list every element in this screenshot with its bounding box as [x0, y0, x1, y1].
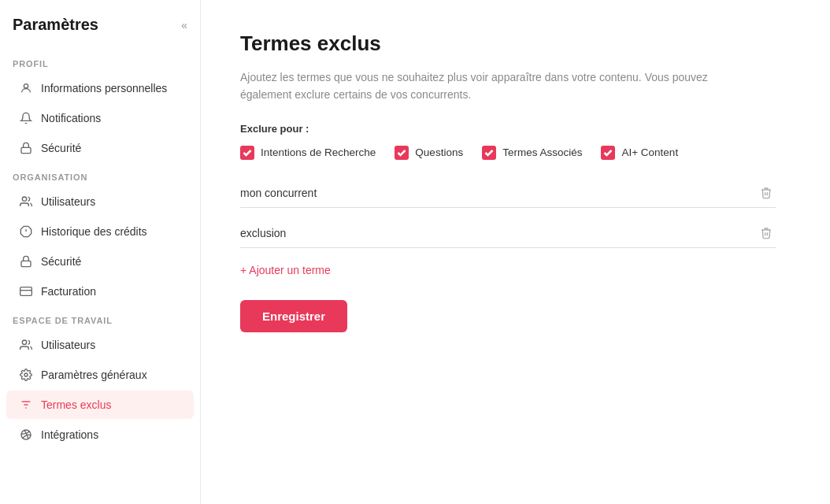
svg-point-2 — [22, 197, 26, 201]
sidebar-item-notifications[interactable]: Notifications — [6, 104, 194, 132]
sidebar-header: Paramètres « — [0, 16, 200, 50]
sidebar-item-securite-profil[interactable]: Sécurité — [6, 134, 194, 162]
lock-icon — [19, 141, 33, 155]
main-content: Termes exclus Ajoutez les termes que vou… — [201, 0, 830, 504]
people-icon-2 — [19, 338, 33, 352]
sidebar-item-facturation[interactable]: Facturation — [6, 277, 194, 306]
people-icon — [19, 195, 33, 209]
checkbox-termes-associes[interactable]: Termes Associés — [482, 146, 582, 160]
checkbox-row: Intentions de Recherche Questions Termes… — [240, 146, 791, 160]
sidebar-item-integrations[interactable]: Intégrations — [6, 421, 194, 449]
sidebar: Paramètres « PROFIL Informations personn… — [0, 0, 201, 504]
svg-point-9 — [22, 340, 26, 344]
sidebar-item-label: Termes exclus — [41, 398, 111, 411]
term-delete-button-1[interactable] — [757, 183, 776, 202]
history-icon — [19, 224, 33, 239]
term-input-2[interactable] — [240, 224, 757, 243]
sidebar-item-label: Utilisateurs — [41, 339, 95, 351]
sidebar-item-termes-exclus[interactable]: Termes exclus — [6, 391, 194, 419]
checkbox-label-questions: Questions — [415, 146, 463, 158]
term-input-1[interactable] — [240, 183, 757, 202]
svg-point-0 — [24, 84, 28, 88]
lock-icon-2 — [19, 254, 33, 269]
checkbox-label-intentions: Intentions de Recherche — [261, 146, 376, 158]
person-icon — [19, 81, 33, 95]
sidebar-item-historique-credits[interactable]: Historique des crédits — [6, 217, 194, 246]
sidebar-section-workspace: ESPACE DE TRAVAIL — [0, 306, 200, 330]
svg-point-10 — [24, 373, 28, 376]
sidebar-item-label: Sécurité — [41, 142, 81, 154]
checkbox-questions[interactable]: Questions — [395, 146, 463, 160]
save-button[interactable]: Enregistrer — [240, 300, 347, 332]
sidebar-item-label: Intégrations — [41, 428, 98, 441]
term-row-1 — [240, 183, 776, 208]
sidebar-item-utilisateurs-org[interactable]: Utilisateurs — [6, 187, 194, 216]
sidebar-item-label: Facturation — [41, 285, 96, 298]
checkbox-label-termes-associes: Termes Associés — [502, 146, 582, 158]
add-term-button[interactable]: + Ajouter un terme — [240, 264, 331, 276]
sidebar-item-label: Paramètres généraux — [41, 369, 147, 381]
filter-icon — [19, 398, 33, 412]
sidebar-item-securite-org[interactable]: Sécurité — [6, 247, 194, 276]
checkbox-intentions[interactable]: Intentions de Recherche — [240, 146, 376, 160]
checkbox-ai-content[interactable]: AI+ Content — [601, 146, 678, 160]
checkbox-box-ai-content — [601, 146, 615, 160]
sidebar-item-label: Utilisateurs — [41, 195, 95, 208]
exclure-label: Exclure pour : — [240, 123, 791, 135]
sidebar-section-profil: PROFIL — [0, 50, 200, 73]
card-icon — [19, 284, 33, 298]
bell-icon — [19, 111, 33, 125]
term-delete-button-2[interactable] — [757, 224, 776, 243]
sidebar-item-label: Sécurité — [41, 255, 81, 268]
diamond-icon — [19, 428, 33, 442]
sidebar-item-parametres-generaux[interactable]: Paramètres généraux — [6, 361, 194, 389]
sidebar-item-informations-personnelles[interactable]: Informations personnelles — [6, 74, 194, 102]
checkbox-label-ai-content: AI+ Content — [621, 146, 678, 158]
sidebar-item-label: Historique des crédits — [41, 225, 147, 238]
checkbox-box-intentions — [240, 146, 254, 160]
sidebar-item-label: Notifications — [41, 112, 101, 124]
checkbox-box-questions — [395, 146, 409, 160]
page-title: Termes exclus — [240, 32, 791, 56]
svg-rect-6 — [21, 261, 31, 266]
page-description: Ajoutez les termes que vous ne souhaitez… — [240, 69, 752, 104]
term-row-2 — [240, 224, 776, 248]
sidebar-item-label: Informations personnelles — [41, 82, 167, 94]
sidebar-collapse-icon[interactable]: « — [181, 19, 187, 32]
sidebar-section-organisation: ORGANISATION — [0, 163, 200, 187]
sidebar-item-utilisateurs-workspace[interactable]: Utilisateurs — [6, 331, 194, 359]
gear-icon — [19, 368, 33, 382]
svg-rect-1 — [21, 147, 31, 153]
svg-rect-7 — [20, 287, 32, 296]
checkbox-box-termes-associes — [482, 146, 496, 160]
sidebar-title: Paramètres — [13, 16, 98, 34]
